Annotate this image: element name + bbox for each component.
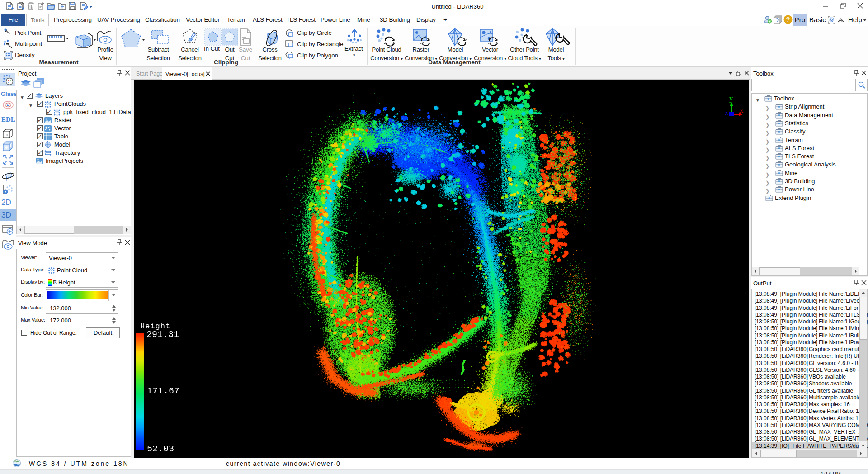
svg-text:?: ?: [786, 16, 790, 23]
